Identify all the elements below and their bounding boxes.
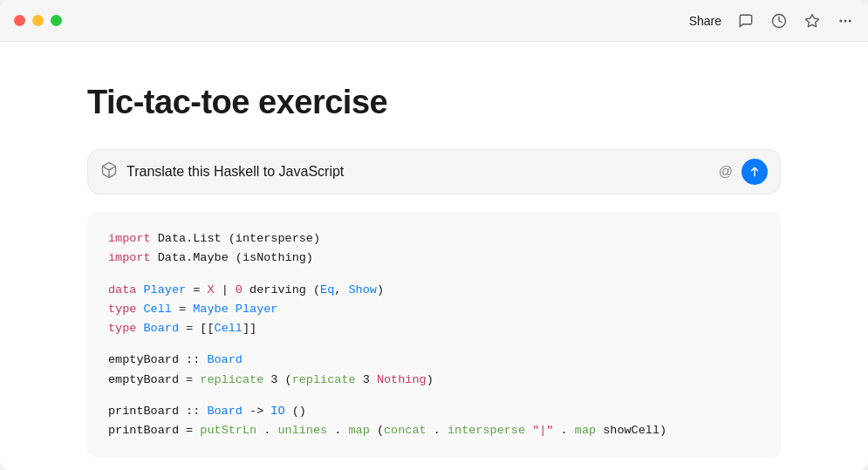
maximize-button[interactable] xyxy=(51,15,62,26)
code-line-1: import Data.List (intersperse) xyxy=(108,229,760,249)
content-area: Tic-tac-toe exercise @ xyxy=(0,42,868,470)
input-actions: @ xyxy=(719,159,768,185)
code-line-4: type Cell = Maybe Player xyxy=(108,300,760,319)
code-blank-2 xyxy=(108,338,760,351)
code-blank-3 xyxy=(108,390,760,402)
code-line-8: printBoard :: Board -> IO () xyxy=(108,402,760,421)
titlebar-actions: Share xyxy=(689,12,854,30)
svg-point-4 xyxy=(849,19,851,22)
minimize-button[interactable] xyxy=(32,15,44,26)
code-line-9: printBoard = putStrLn . unlines . map (c… xyxy=(108,421,760,440)
traffic-lights xyxy=(14,15,62,26)
comment-icon[interactable] xyxy=(737,12,755,30)
more-icon[interactable] xyxy=(837,12,854,30)
prompt-input[interactable] xyxy=(126,164,710,180)
code-line-6: emptyBoard :: Board xyxy=(108,351,760,370)
input-bar: @ xyxy=(87,149,781,194)
share-button[interactable]: Share xyxy=(689,14,721,28)
close-button[interactable] xyxy=(14,15,25,26)
code-line-2: import Data.Maybe (isNothing) xyxy=(108,249,760,268)
titlebar: Share xyxy=(0,0,868,42)
send-button[interactable] xyxy=(742,159,768,185)
code-blank-1 xyxy=(108,269,760,281)
svg-point-3 xyxy=(844,19,847,22)
clock-icon[interactable] xyxy=(770,12,788,30)
prompt-icon xyxy=(100,161,118,183)
app-window: Share xyxy=(0,0,868,470)
page-title: Tic-tac-toe exercise xyxy=(87,84,781,121)
star-icon[interactable] xyxy=(803,12,821,30)
code-block: import Data.List (intersperse) import Da… xyxy=(87,212,781,458)
code-line-7: emptyBoard = replicate 3 (replicate 3 No… xyxy=(108,371,760,390)
svg-marker-1 xyxy=(806,14,819,26)
code-line-3: data Player = X | 0 deriving (Eq, Show) xyxy=(108,281,760,300)
at-mention-button[interactable]: @ xyxy=(719,164,733,180)
code-line-5: type Board = [[Cell]] xyxy=(108,319,760,338)
svg-point-2 xyxy=(839,19,842,22)
